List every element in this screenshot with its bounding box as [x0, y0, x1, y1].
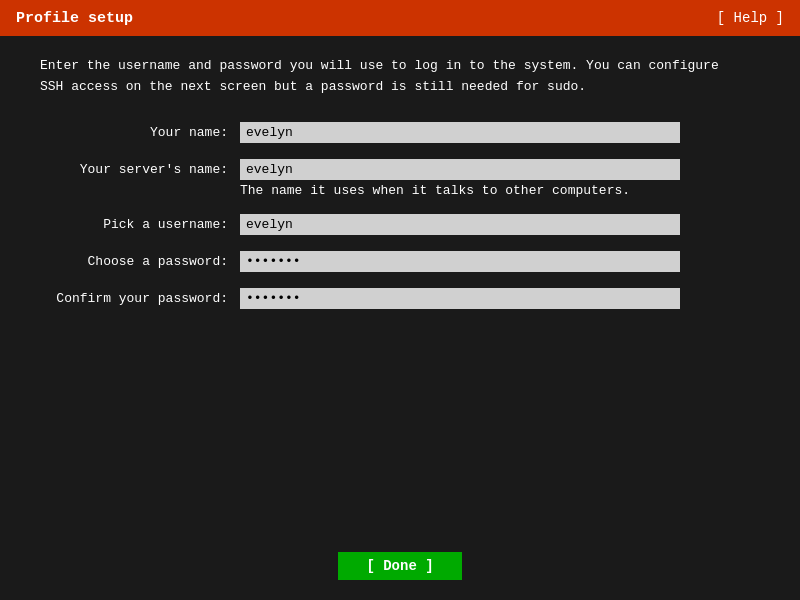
page-title: Profile setup: [16, 10, 133, 27]
footer: [ Done ]: [0, 540, 800, 600]
server-name-input[interactable]: [240, 159, 680, 180]
app-container: Profile setup [ Help ] Enter the usernam…: [0, 0, 800, 600]
confirm-password-input[interactable]: [240, 288, 680, 309]
username-field-wrapper: [240, 214, 760, 235]
confirm-password-row: Confirm your password:: [40, 288, 760, 309]
description-text: Enter the username and password you will…: [40, 56, 720, 98]
server-name-label: Your server's name:: [40, 159, 240, 177]
done-button[interactable]: [ Done ]: [338, 552, 461, 580]
server-name-row: Your server's name: The name it uses whe…: [40, 159, 760, 198]
confirm-password-label: Confirm your password:: [40, 288, 240, 306]
confirm-password-field-wrapper: [240, 288, 760, 309]
password-field-wrapper: [240, 251, 760, 272]
your-name-field-wrapper: [240, 122, 760, 143]
your-name-label: Your name:: [40, 122, 240, 140]
title-bar: Profile setup [ Help ]: [0, 0, 800, 36]
your-name-row: Your name:: [40, 122, 760, 143]
main-content: Enter the username and password you will…: [0, 36, 800, 540]
password-row: Choose a password:: [40, 251, 760, 272]
password-label: Choose a password:: [40, 251, 240, 269]
server-name-field-wrapper: The name it uses when it talks to other …: [240, 159, 760, 198]
username-label: Pick a username:: [40, 214, 240, 232]
server-name-hint: The name it uses when it talks to other …: [240, 183, 760, 198]
your-name-input[interactable]: [240, 122, 680, 143]
password-input[interactable]: [240, 251, 680, 272]
username-input[interactable]: [240, 214, 680, 235]
username-row: Pick a username:: [40, 214, 760, 235]
help-button[interactable]: [ Help ]: [717, 10, 784, 26]
